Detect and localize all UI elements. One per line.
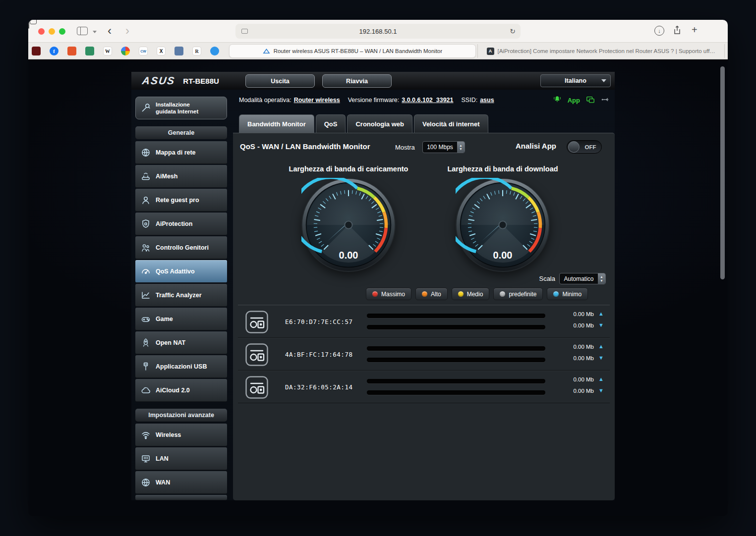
router-header: ASUS RT-BE88U Uscita Riavvia Italiano [131,72,615,90]
status-infobar: Modalità operativa: Router wireless Vers… [239,90,610,110]
tab-overview-icon[interactable] [28,20,29,29]
back-button[interactable]: ‹ [108,23,112,39]
tab-active[interactable]: Router wireless ASUS RT-BE88U – WAN / LA… [229,44,476,58]
sidebar-item-guest-network[interactable]: Rete guest pro [135,189,227,212]
legend-predefinite[interactable]: predefinite [493,288,543,300]
bookmark-favicon[interactable] [85,47,94,55]
qos-speedometer-icon [140,266,151,277]
sidebar-item-traffic-analyzer[interactable]: Traffic Analyzer [135,284,227,307]
device-icon [245,343,268,368]
sidebar-item-open-nat[interactable]: Open NAT [135,331,227,354]
zoom-window-button[interactable] [59,28,65,35]
device-row[interactable]: 4A:BF:FC:17:64:78 0.00 Mb ▲ 0.00 Mb ▼ [238,338,610,371]
scale-select[interactable]: Automatico ▲▼ [559,273,606,284]
bookmark-favicon[interactable] [121,47,130,55]
wan-globe-icon [140,477,151,488]
bookmark-favicon[interactable] [32,47,41,55]
usb-icon[interactable] [601,95,610,106]
usb-plug-icon [140,361,151,372]
firmware-link[interactable]: 3.0.0.6.102_33921 [402,97,453,104]
mode-link[interactable]: Router wireless [294,97,340,104]
bookmark-favicon[interactable]: X [157,47,166,55]
bandwidth-select[interactable]: 100 Mbps ▲▼ [422,141,465,153]
rocket-icon [140,337,151,348]
download-bar [367,325,545,329]
reboot-button[interactable]: Riavvia [322,74,392,88]
logout-button[interactable]: Uscita [245,74,315,88]
new-tab-button[interactable]: + [692,24,698,36]
main-area: Bandwidth Monitor QoS Cronologia web Vel… [233,111,615,500]
router-app: ASUS RT-BE88U Uscita Riavvia Italiano Mo… [131,72,615,500]
sidebar-list-general: Mappa di rete AiMesh Rete guest pro AiPr… [135,141,227,402]
tab-bandwidth-monitor[interactable]: Bandwidth Monitor [239,114,314,133]
download-value: 0.00 Mb [573,322,594,328]
address-bar[interactable]: 192.168.50.1 ↻ [235,24,521,39]
sidebar-item-game[interactable]: Game [135,308,227,330]
sidebar-item-parental-controls[interactable]: Controllo Genitori [135,236,227,259]
notification-bell-icon[interactable] [553,95,562,106]
legend-medio[interactable]: Medio [452,288,490,300]
sidebar-item-aiprotection[interactable]: AiProtection [135,213,227,235]
sidebar-item-wan[interactable]: WAN [135,471,227,494]
chevron-down-icon[interactable] [93,31,97,33]
tab-web-history[interactable]: Cronologia web [347,114,412,133]
sidebar-nav: Installazioneguidata Internet Generale M… [135,97,227,500]
url-text: 192.168.50.1 [359,28,397,35]
sidebar-item-usb-applications[interactable]: Applicazioni USB [135,355,227,378]
close-window-button[interactable] [38,28,45,35]
device-row[interactable]: DA:32:F6:05:2A:14 0.00 Mb ▲ 0.00 Mb ▼ [238,371,610,403]
vertical-scrollbar[interactable] [720,66,725,279]
legend-massimo[interactable]: Massimo [366,288,411,300]
upload-gauge-value: 0.00 [339,250,358,261]
minimize-window-button[interactable] [49,28,55,35]
bookmark-favicon[interactable]: W [103,47,112,55]
tab-qos[interactable]: QoS [316,114,346,133]
bookmark-favicon[interactable] [174,47,183,55]
download-value: 0.00 Mb [573,355,594,361]
bookmark-favicon[interactable] [210,47,219,55]
screen-share-icon[interactable] [586,95,595,106]
forward-button[interactable]: › [125,23,129,39]
stepper-icon[interactable]: ▲▼ [457,142,465,153]
scale-label: Scala [526,275,555,282]
app-label[interactable]: App [568,97,580,104]
sidebar-item-network-map[interactable]: Mappa di rete [135,141,227,164]
network-map-icon [140,147,151,158]
wizard-wrench-icon [140,102,152,114]
sidebar-item-adaptive-qos[interactable]: QoS Adattivo [135,260,227,283]
device-mac: DA:32:F6:05:2A:14 [285,371,352,404]
download-value: 0.00 Mb [573,388,594,394]
sidebar-item-setup-wizard[interactable]: Installazioneguidata Internet [135,97,227,119]
upload-arrow-icon: ▲ [598,311,604,317]
reload-icon[interactable]: ↻ [510,27,516,35]
device-row[interactable]: E6:70:D7:7E:CC:57 0.00 Mb ▲ 0.00 Mb ▼ [238,305,610,338]
toggle-knob [568,141,580,153]
bookmark-favicon[interactable]: R [192,47,201,55]
tab-internet-speed[interactable]: Velocità di internet [414,114,488,133]
bookmark-favicon[interactable] [67,47,76,55]
asus-logo: ASUS [141,75,176,87]
app-analysis-toggle[interactable]: OFF [567,140,602,154]
legend-minimo[interactable]: Minimo [547,288,588,300]
sidebar-item-partial[interactable] [135,495,227,500]
sidebar-item-aicloud[interactable]: AiCloud 2.0 [135,379,227,402]
tab-title: Router wireless ASUS RT-BE88U – WAN / LA… [274,48,443,54]
tab-inactive[interactable]: A [AiProtection] Come impostare Network … [477,44,725,58]
stepper-icon[interactable]: ▲▼ [598,273,605,284]
legend-alto[interactable]: Alto [415,288,448,300]
site-settings-icon[interactable] [241,29,248,34]
sidebar-item-wireless[interactable]: Wireless [135,424,227,446]
sidebar-item-lan[interactable]: LAN [135,447,227,470]
legend-dot [553,291,559,297]
sidebar-item-aimesh[interactable]: AiMesh [135,165,227,188]
gamepad-icon [140,314,151,324]
share-icon[interactable] [673,25,681,37]
content-tabs: Bandwidth Monitor QoS Cronologia web Vel… [239,114,488,133]
bookmark-favicon[interactable]: CW [139,47,148,55]
ssid-link[interactable]: asus [480,97,494,104]
bookmark-favicon[interactable]: f [50,47,58,55]
downloads-icon[interactable]: ↓ [654,26,664,36]
sidebar-toggle-icon[interactable] [77,27,88,35]
language-select[interactable]: Italiano [540,74,611,87]
lan-port-icon [140,453,151,464]
